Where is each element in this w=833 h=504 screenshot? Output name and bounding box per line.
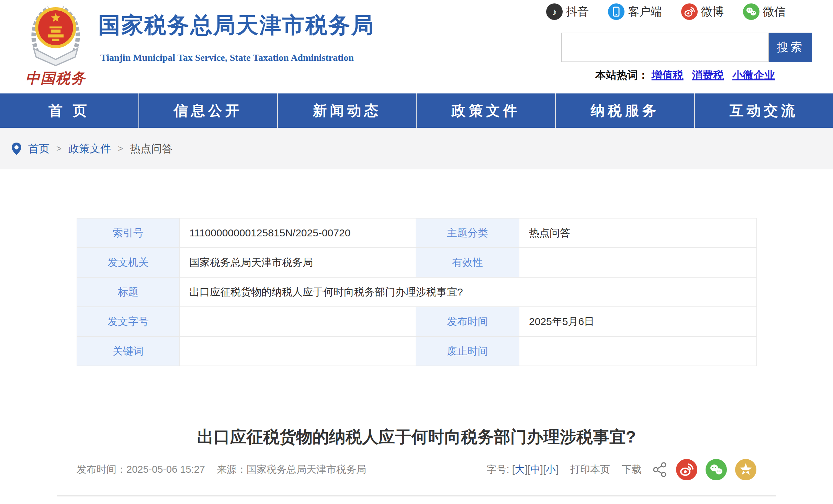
- meta-value-keywords: [179, 336, 416, 366]
- nav-item-policy[interactable]: 政策文件: [416, 93, 555, 128]
- wechat-label: 微信: [763, 4, 786, 20]
- font-size-controls: 字号: [大][中][小]: [487, 463, 559, 477]
- meta-label-publish-date: 发布时间: [416, 307, 519, 336]
- nav-item-interaction[interactable]: 互动交流: [694, 93, 833, 128]
- weibo-link[interactable]: 微博: [681, 3, 724, 20]
- social-links: ♪ 抖音 客户端: [546, 3, 786, 20]
- table-row: 索引号 11100000000125815N/2025-00720 主题分类 热…: [77, 218, 757, 248]
- font-size-large[interactable]: [大]: [512, 463, 528, 477]
- meta-value-index: 11100000000125815N/2025-00720: [179, 218, 416, 248]
- download-button[interactable]: 下载: [622, 463, 642, 477]
- publish-time-value: 2025-05-06 15:27: [126, 464, 205, 475]
- meta-value-publish-date: 2025年5月6日: [519, 307, 757, 336]
- meta-label-doc-number: 发文字号: [77, 307, 179, 336]
- font-size-small[interactable]: [小]: [543, 463, 559, 477]
- share-icon[interactable]: [652, 462, 668, 478]
- meta-value-doc-number: [179, 307, 416, 336]
- meta-value-title: 出口应征税货物的纳税人应于何时向税务部门办理涉税事宜?: [179, 277, 757, 307]
- site-search: 搜索: [561, 33, 812, 62]
- table-row: 关键词 废止时间: [77, 336, 757, 366]
- search-button[interactable]: 搜索: [769, 33, 812, 62]
- hot-word-consumption-tax[interactable]: 消费税: [692, 69, 724, 81]
- font-size-label: 字号:: [487, 463, 509, 477]
- meta-label-index: 索引号: [77, 218, 179, 248]
- table-row: 发文机关 国家税务总局天津市税务局 有效性: [77, 248, 757, 277]
- meta-label-keywords: 关键词: [77, 336, 179, 366]
- hot-words: 本站热词： 增值税 消费税 小微企业: [595, 68, 780, 82]
- tax-emblem-icon: [25, 2, 86, 68]
- wechat-icon: [743, 3, 759, 20]
- publish-time-label: 发布时间：: [77, 464, 126, 475]
- location-pin-icon: [12, 143, 21, 155]
- nav-item-news[interactable]: 新闻动态: [277, 93, 416, 128]
- table-row: 标题 出口应征税货物的纳税人应于何时向税务部门办理涉税事宜?: [77, 277, 757, 307]
- meta-label-agency: 发文机关: [77, 248, 179, 277]
- search-input[interactable]: [561, 33, 769, 62]
- weibo-label: 微博: [701, 4, 724, 20]
- share-qzone-button[interactable]: [735, 459, 756, 480]
- breadcrumb-separator: >: [56, 143, 61, 154]
- nav-item-info[interactable]: 信息公开: [138, 93, 278, 128]
- breadcrumb: 首页 > 政策文件 > 热点问答: [12, 128, 172, 169]
- meta-label-repeal-date: 废止时间: [416, 336, 519, 366]
- breadcrumb-policy[interactable]: 政策文件: [68, 142, 111, 156]
- breadcrumb-home[interactable]: 首页: [28, 142, 49, 156]
- client-label: 客户端: [628, 4, 662, 20]
- wechat-link[interactable]: 微信: [743, 3, 786, 20]
- nav-item-tax-service[interactable]: 纳税服务: [555, 93, 694, 128]
- article-meta-info: 发布时间：2025-05-06 15:27来源：国家税务总局天津市税务局: [77, 463, 366, 477]
- content-divider: [57, 495, 776, 496]
- nav-item-home[interactable]: 首 页: [0, 93, 138, 128]
- share-weibo-button[interactable]: [676, 459, 697, 480]
- share-wechat-button[interactable]: [706, 459, 727, 480]
- svg-text:♪: ♪: [552, 7, 557, 17]
- douyin-label: 抖音: [566, 4, 589, 20]
- breadcrumb-current: 热点问答: [130, 142, 172, 156]
- logo-caption: 中国税务: [21, 69, 90, 88]
- hot-word-small-micro-enterprise[interactable]: 小微企业: [732, 69, 775, 81]
- meta-label-validity: 有效性: [416, 248, 519, 277]
- meta-label-category: 主题分类: [416, 218, 519, 248]
- breadcrumb-separator: >: [118, 143, 123, 154]
- document-meta-table: 索引号 11100000000125815N/2025-00720 主题分类 热…: [77, 218, 757, 366]
- breadcrumb-bar: 首页 > 政策文件 > 热点问答: [0, 128, 833, 169]
- weibo-share-icon: [676, 459, 697, 480]
- site-title: 国家税务总局天津市税务局: [98, 10, 374, 40]
- print-page-button[interactable]: 打印本页: [570, 463, 610, 477]
- source-value: 国家税务总局天津市税务局: [247, 464, 366, 475]
- hot-word-vat[interactable]: 增值税: [652, 69, 684, 81]
- meta-value-validity: [519, 248, 757, 277]
- source-label: 来源：: [217, 464, 247, 475]
- hot-words-label: 本站热词：: [595, 69, 649, 81]
- star-share-icon: [735, 459, 756, 480]
- site-logo[interactable]: 中国税务: [21, 2, 90, 88]
- page-title: 出口应征税货物的纳税人应于何时向税务部门办理涉税事宜?: [0, 426, 833, 448]
- article-toolbar: 字号: [大][中][小] 打印本页 下载: [487, 459, 757, 480]
- page-header: 中国税务 国家税务总局天津市税务局 Tianjin Municipal Tax …: [0, 0, 833, 93]
- mobile-app-icon: [608, 3, 624, 20]
- meta-value-category: 热点问答: [519, 218, 757, 248]
- article-meta-row: 发布时间：2025-05-06 15:27来源：国家税务总局天津市税务局 字号:…: [77, 458, 756, 482]
- table-row: 发文字号 发布时间 2025年5月6日: [77, 307, 757, 336]
- wechat-share-icon: [706, 459, 727, 480]
- main-nav: 首 页 信息公开 新闻动态 政策文件 纳税服务 互动交流: [0, 93, 833, 128]
- site-subtitle: Tianjin Municipal Tax Service, State Tax…: [100, 52, 354, 63]
- client-link[interactable]: 客户端: [608, 3, 662, 20]
- meta-value-repeal-date: [519, 336, 757, 366]
- douyin-link[interactable]: ♪ 抖音: [546, 3, 589, 20]
- meta-value-agency: 国家税务总局天津市税务局: [179, 248, 416, 277]
- font-size-medium[interactable]: [中]: [528, 463, 543, 477]
- weibo-icon: [681, 3, 698, 20]
- douyin-icon: ♪: [546, 3, 563, 20]
- meta-label-title: 标题: [77, 277, 179, 307]
